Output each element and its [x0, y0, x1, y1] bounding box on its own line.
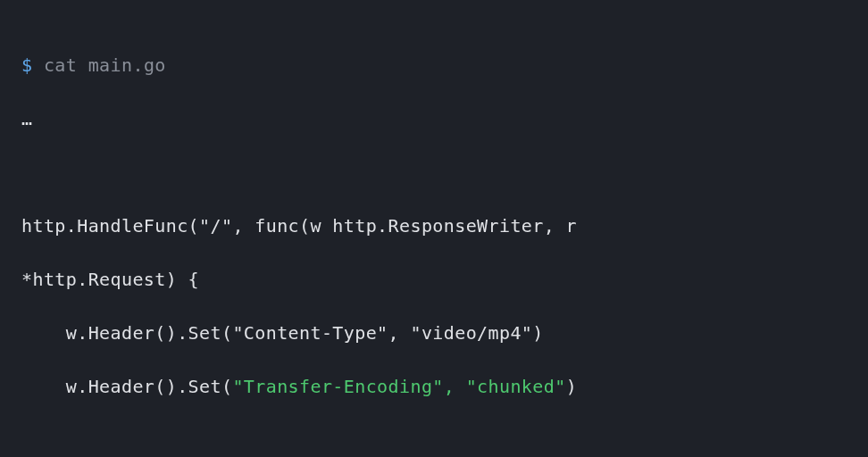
- highlighted-code: "Transfer-Encoding", "chunked": [232, 376, 565, 397]
- code-line: w.Header().Set("Content-Type", "video/mp…: [21, 320, 847, 346]
- code-segment: w.Header().Set(: [21, 376, 232, 397]
- code-line-highlighted: w.Header().Set("Transfer-Encoding", "chu…: [21, 373, 847, 400]
- shell-prompt: $: [21, 54, 32, 76]
- command-line: $ cat main.go: [21, 52, 847, 79]
- code-line: *http.Request) {: [21, 266, 847, 293]
- ellipsis-line: …: [21, 105, 847, 132]
- terminal-output: $ cat main.go … http.HandleFunc("/", fun…: [21, 25, 847, 457]
- code-line: http.HandleFunc("/", func(w http.Respons…: [21, 212, 847, 239]
- command-text: cat main.go: [44, 54, 166, 76]
- blank-line: [21, 159, 847, 186]
- code-segment: ): [566, 376, 577, 397]
- blank-code-line: [21, 427, 847, 453]
